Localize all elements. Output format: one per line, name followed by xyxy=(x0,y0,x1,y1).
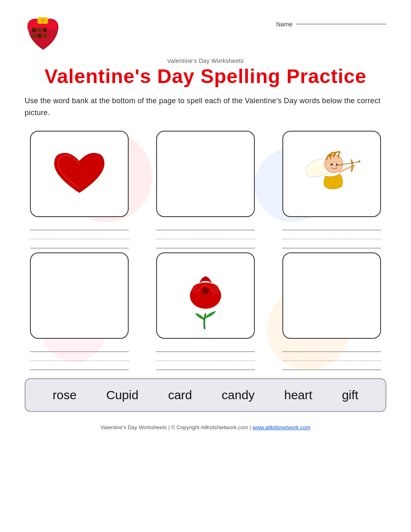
picture-box-candy xyxy=(30,252,129,339)
dashed-line-6 xyxy=(282,354,381,361)
dashed-line-4 xyxy=(30,354,129,361)
picture-grid-row2 xyxy=(25,252,386,370)
name-underline xyxy=(296,24,386,24)
word-heart: heart xyxy=(284,388,312,402)
svg-rect-5 xyxy=(43,34,47,38)
svg-point-12 xyxy=(330,164,332,166)
solid-line-5 xyxy=(282,223,381,230)
writing-lines-gift xyxy=(282,345,381,370)
svg-rect-0 xyxy=(32,28,36,32)
cell-heart xyxy=(25,131,134,248)
solid-line-3 xyxy=(156,223,255,230)
solid-line-11 xyxy=(282,345,381,352)
svg-marker-16 xyxy=(358,160,360,163)
subtitle: Valentine's Day Worksheets xyxy=(25,58,386,64)
dashed-line-5 xyxy=(156,354,255,361)
solid-line-6 xyxy=(282,241,381,248)
picture-box-gift xyxy=(282,252,381,339)
picture-box-cupid xyxy=(282,131,381,217)
word-card: card xyxy=(168,388,192,402)
cell-cupid xyxy=(277,131,386,248)
footer-text: Valentine's Day Worksheets | © Copyright… xyxy=(101,424,252,430)
name-field[interactable]: Name xyxy=(276,21,386,28)
svg-rect-2 xyxy=(43,28,47,32)
header: Name xyxy=(25,12,386,58)
solid-line-8 xyxy=(30,363,129,370)
svg-rect-1 xyxy=(37,28,42,32)
picture-box-card xyxy=(156,131,255,217)
title-area: Valentine's Day Worksheets Valentine's D… xyxy=(25,58,386,88)
writing-lines-cupid xyxy=(282,223,381,248)
name-label: Name xyxy=(276,21,293,28)
word-candy: candy xyxy=(222,388,254,402)
word-cupid: Cupid xyxy=(106,388,138,402)
word-rose: rose xyxy=(53,388,76,402)
picture-grid-row1 xyxy=(25,131,386,248)
writing-lines-heart xyxy=(30,223,129,248)
picture-box-rose xyxy=(156,252,255,339)
dashed-line-3 xyxy=(282,232,381,239)
solid-line-1 xyxy=(30,223,129,230)
solid-line-10 xyxy=(156,363,255,370)
cell-card xyxy=(151,131,261,248)
logo-candy-box xyxy=(25,12,74,58)
svg-point-18 xyxy=(203,289,208,294)
instructions: Use the word bank at the bottom of the p… xyxy=(25,95,386,119)
footer-link[interactable]: www.allkidsnetwork.com xyxy=(252,424,310,430)
page: Name Valentine's Day Worksheets Valentin… xyxy=(0,0,411,532)
dashed-line-2 xyxy=(156,232,255,239)
picture-box-heart xyxy=(30,131,129,217)
footer: Valentine's Day Worksheets | © Copyright… xyxy=(25,424,386,430)
cell-candy xyxy=(25,252,134,370)
cell-rose xyxy=(151,252,261,370)
solid-line-2 xyxy=(30,241,129,248)
dashed-line-1 xyxy=(30,232,129,239)
svg-rect-4 xyxy=(37,34,42,38)
solid-line-12 xyxy=(282,363,381,370)
solid-line-4 xyxy=(156,241,255,248)
word-bank: rose Cupid card candy heart gift xyxy=(25,378,386,412)
svg-point-19 xyxy=(204,290,206,292)
solid-line-7 xyxy=(30,345,129,352)
word-gift: gift xyxy=(342,388,358,402)
main-title: Valentine's Day Spelling Practice xyxy=(25,66,386,88)
cell-gift xyxy=(277,252,386,370)
writing-lines-candy xyxy=(30,345,129,370)
solid-line-9 xyxy=(156,345,255,352)
svg-point-8 xyxy=(41,19,45,23)
writing-lines-rose xyxy=(156,345,255,370)
svg-rect-3 xyxy=(32,34,36,38)
writing-lines-card xyxy=(156,223,255,248)
